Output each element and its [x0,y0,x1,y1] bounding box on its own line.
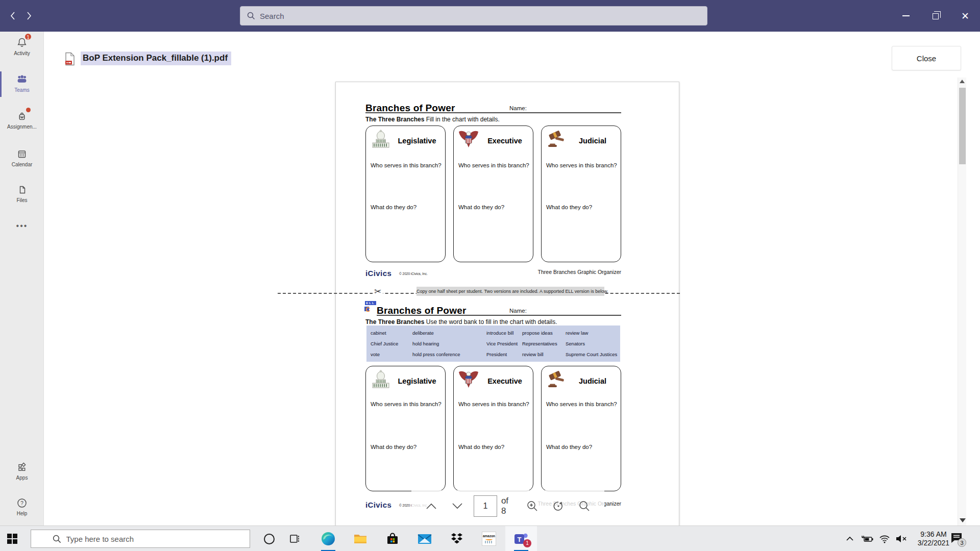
taskbar-store-button[interactable] [377,526,408,551]
branch-title: Legislative [392,137,442,145]
sidebar-item-calendar[interactable]: Calendar [0,147,44,167]
judicial-card-ell: Judicial Who serves in this branch? What… [541,366,621,491]
pdf-search-button[interactable] [578,499,591,513]
word-bank-item: hold hearing [412,341,486,346]
tray-volume-muted-button[interactable] [893,526,911,551]
taskbar-edge-button[interactable] [312,526,344,551]
scrollbar-thumb[interactable] [959,88,966,164]
word-bank-item: cabinet [371,330,412,336]
rotate-button[interactable] [552,499,565,513]
branch-title: Executive [480,377,530,385]
word-bank-item: deliberate [412,330,486,336]
start-button[interactable] [0,526,24,551]
search-icon [247,12,255,20]
rotate-icon [552,500,565,512]
taskbar-file-explorer-button[interactable] [345,526,376,551]
legislative-card: Legislative Who serves in this branch? W… [365,126,446,262]
taskbar-search-box[interactable] [31,530,250,548]
file-title: BoP Extension Pack_fillable (1).pdf [81,52,231,65]
cut-instruction-note: Copy one half sheet per student. Two ver… [416,287,604,296]
page-number-input[interactable] [474,495,497,517]
notification-center-button[interactable]: 3 [950,532,963,545]
taskbar-dropbox-button[interactable] [441,526,473,551]
pdf-file-icon [64,52,76,66]
scroll-down-arrow[interactable] [960,518,966,522]
branch-cards-row-1: Legislative Who serves in this branch? W… [336,126,680,262]
clock-date: 3/22/2021 [912,539,955,547]
task-view-icon [288,533,301,545]
search-icon [53,535,61,543]
windows-logo-icon [7,534,17,544]
restore-icon [933,13,939,19]
speaker-muted-icon [895,535,909,543]
eagle-crest-icon [457,369,480,390]
taskbar-search-input[interactable] [66,535,235,543]
teams-taskbar-badge: 1 [523,539,531,547]
zoom-in-button[interactable] [526,499,538,513]
word-bank-item: hold press conference [412,352,486,357]
chevron-down-icon [452,503,463,510]
question-2: What do they do? [371,444,416,450]
sidebar-item-help[interactable]: ? Help [0,496,44,516]
taskbar-amazon-button[interactable]: amazon [473,526,505,551]
microsoft-store-icon [386,532,399,545]
page-up-button[interactable] [425,499,438,513]
question-1: Who serves in this branch? [546,401,617,407]
capitol-icon [370,369,392,390]
word-bank-item: review bill [522,352,566,357]
tray-wifi-button[interactable] [876,526,893,551]
sidebar-item-files[interactable]: Files [0,183,44,203]
sidebar-item-apps[interactable]: Apps [0,460,44,481]
forward-arrow-icon[interactable] [21,8,37,23]
capitol-icon [370,129,392,149]
executive-card-ell: Executive Who serves in this branch? Wha… [453,366,533,491]
branch-cards-row-2: Legislative Who serves in this branch? W… [336,366,680,491]
scroll-up-arrow[interactable] [960,80,965,83]
zoom-in-icon [526,500,538,512]
cortana-icon [264,534,275,544]
scissors-icon: ✂ [373,286,383,296]
sidebar-label: Apps [0,475,44,481]
sidebar-item-activity[interactable]: 1 Activity [0,36,44,56]
close-window-button[interactable]: ✕ [950,0,980,32]
teams-people-icon [15,73,29,86]
sidebar-item-more[interactable]: ••• [0,221,44,231]
restore-button[interactable] [921,0,950,32]
ellipsis-icon: ••• [0,221,44,231]
task-view-button[interactable] [283,526,306,551]
clock-time: 9:36 AM [912,530,955,539]
instructions-bold: The Three Branches [365,116,424,123]
search-input[interactable] [260,12,678,20]
sidebar-label: Assignmen... [0,124,44,130]
teams-titlebar: ✕ [0,0,980,32]
tray-chevron-button[interactable] [841,526,859,551]
sidebar-item-teams[interactable]: Teams [0,72,44,93]
pdf-page: Branches of Power Name: The Three Branch… [335,82,679,531]
tray-battery-button[interactable] [859,526,876,551]
viewer-scrollbar[interactable] [958,78,966,525]
word-bank-item: vote [371,352,412,357]
sidebar-item-assignments[interactable]: Assignmen... [0,109,44,130]
minimize-button[interactable] [891,0,921,32]
taskbar-mail-button[interactable] [409,526,440,551]
cortana-button[interactable] [258,526,280,551]
windows-taskbar: amazon T 1 9:3 [0,525,980,551]
branch-title: Judicial [568,377,618,385]
judicial-card: Judicial Who serves in this branch? What… [541,126,621,262]
back-arrow-icon[interactable] [5,8,20,23]
question-2: What do they do? [458,444,504,450]
page-down-button[interactable] [451,499,464,513]
taskbar-teams-button[interactable]: T 1 [505,526,537,551]
branch-title: Judicial [568,137,618,145]
taskbar-clock[interactable]: 9:36 AM 3/22/2021 [912,530,955,547]
chevron-up-icon [846,536,854,541]
amazon-smile [485,538,493,540]
teams-search-bar[interactable] [240,6,707,26]
word-bank-item: introduce bill [486,330,522,336]
close-file-button[interactable]: Close [892,46,961,70]
page-count-label: of 8 [501,496,515,516]
executive-card: Executive Who serves in this branch? Wha… [453,126,533,262]
document-icon [15,183,29,196]
sidebar-label: Help [0,511,44,516]
name-label-2: Name: [509,308,527,314]
